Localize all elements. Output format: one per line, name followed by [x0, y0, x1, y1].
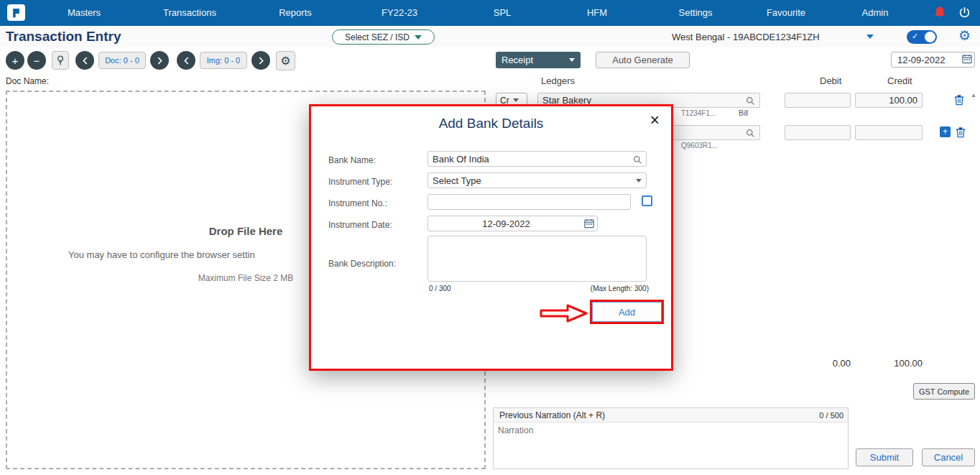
screen: Masters Transactions Reports FY22-23 SPL… [0, 0, 980, 475]
auto-generate-button[interactable]: Auto Generate [596, 52, 690, 68]
annotation-arrow-icon [539, 303, 589, 327]
nav-item-transactions[interactable]: Transactions [163, 7, 216, 18]
img-counter-button[interactable]: Img: 0 - 0 [200, 52, 247, 69]
bank-description-label: Bank Description: [328, 259, 396, 269]
doc-name-label: Doc Name: [6, 76, 49, 86]
ledger-gstin-row2: Q9603R1... [681, 142, 718, 149]
toggle-knob [925, 32, 935, 42]
doc-prev-button[interactable] [75, 51, 94, 70]
calendar-icon[interactable] [962, 54, 972, 67]
zoom-out-button[interactable]: − [27, 51, 46, 70]
auto-generate-label: Auto Generate [612, 55, 673, 65]
img-next-button[interactable] [251, 51, 270, 70]
cancel-button[interactable]: Cancel [922, 448, 975, 466]
nav-item-reports[interactable]: Reports [279, 7, 312, 18]
ledger-gstin-row1: T1234F1... [681, 109, 716, 117]
add-button-annotation: Add [590, 300, 664, 324]
instrument-no-input[interactable] [427, 194, 631, 210]
bank-name-label: Bank Name: [328, 155, 376, 165]
chevron-right-icon [157, 57, 162, 65]
scroll-up-icon[interactable]: ▲ [971, 92, 976, 98]
narration-counter: 0 / 500 [819, 411, 843, 420]
dropzone-hint: You may have to configure the browser se… [68, 249, 255, 260]
cancel-label: Cancel [934, 452, 963, 463]
ledger-search-icon-row1[interactable] [746, 96, 755, 109]
app-logo-icon [11, 8, 22, 18]
doc-counter-button[interactable]: Doc: 0 - 0 [98, 52, 146, 69]
doc-next-button[interactable] [150, 51, 169, 70]
credit-input-row2[interactable] [855, 125, 923, 140]
nav-item-admin[interactable]: Admin [862, 7, 889, 18]
bank-description-textarea[interactable] [427, 236, 647, 282]
notification-bell-icon[interactable] [934, 6, 946, 22]
instrument-date-field [427, 216, 598, 231]
branch-chevron-down-icon[interactable] [866, 34, 874, 39]
check-icon: ✓ [912, 32, 918, 41]
add-label: Add [619, 307, 635, 318]
nav-item-spl[interactable]: SPL [494, 7, 512, 18]
gst-compute-button[interactable]: GST Compute [913, 383, 975, 400]
delete-row-icon-row2[interactable] [956, 126, 966, 141]
instrument-no-field [427, 194, 631, 210]
zoom-in-button[interactable]: + [6, 51, 24, 70]
app-logo[interactable] [7, 4, 25, 21]
add-row-icon[interactable]: + [940, 126, 951, 137]
ledger-search-icon-row2[interactable] [746, 128, 755, 141]
modal-annotation-box: Add Bank Details × Bank Name: Instrument… [309, 104, 673, 371]
doc-settings-button[interactable]: ⚙ [276, 51, 295, 70]
chevron-down-icon [415, 35, 422, 40]
calendar-icon[interactable] [584, 218, 594, 231]
chevron-left-icon [184, 57, 189, 65]
img-prev-button[interactable] [177, 51, 195, 70]
nav-item-fy[interactable]: FY22-23 [382, 7, 417, 18]
narration-header: Previous Narration (Alt + R) 0 / 500 [494, 408, 848, 423]
narration-panel: Previous Narration (Alt + R) 0 / 500 [493, 407, 849, 469]
pin-button[interactable] [52, 51, 69, 70]
chevron-right-icon [259, 57, 264, 65]
delete-row-icon-row1[interactable] [954, 94, 964, 109]
instrument-type-label: Instrument Type: [328, 177, 392, 187]
voucher-type-select[interactable]: Receipt [496, 52, 581, 68]
img-counter-label: Img: 0 - 0 [207, 56, 240, 65]
entry-mode-toggle[interactable]: ✓ [907, 30, 937, 44]
branch-gstin-label: West Bengal - 19ABCDE1234F1ZH [672, 32, 820, 42]
header-gear-icon[interactable]: ⚙ [958, 27, 971, 44]
chevron-down-icon [636, 179, 642, 183]
credit-input-row1[interactable] [855, 93, 923, 108]
power-icon[interactable] [958, 6, 971, 22]
total-debit: 0.00 [785, 358, 851, 369]
instrument-checkbox[interactable] [642, 195, 652, 206]
top-nav: Masters Transactions Reports FY22-23 SPL… [0, 0, 980, 26]
bank-name-input[interactable] [427, 151, 647, 167]
voucher-type-value: Receipt [501, 55, 533, 65]
instrument-type-value: Select Type [433, 175, 481, 186]
instrument-date-label: Instrument Date: [328, 220, 392, 230]
submit-label: Submit [870, 452, 899, 463]
chevron-left-icon [83, 57, 88, 65]
nav-item-settings[interactable]: Settings [679, 7, 713, 18]
nav-item-favourite[interactable]: Favourite [767, 7, 805, 18]
credit-column-header: Credit [887, 75, 912, 86]
debit-column-header: Debit [820, 75, 841, 86]
bank-search-icon[interactable] [633, 155, 642, 167]
debit-input-row1[interactable] [785, 93, 851, 108]
close-icon[interactable]: × [650, 112, 660, 129]
pin-icon [57, 55, 64, 66]
add-bank-details-modal: Add Bank Details × Bank Name: Instrument… [311, 106, 671, 369]
debit-input-row2[interactable] [785, 125, 851, 140]
nav-item-masters[interactable]: Masters [68, 7, 101, 18]
add-button[interactable]: Add [592, 302, 662, 322]
bill-link-row1[interactable]: Bill [739, 109, 748, 117]
voucher-date-field [891, 52, 975, 68]
submit-button[interactable]: Submit [856, 448, 913, 466]
instrument-date-input[interactable] [427, 216, 598, 231]
total-credit: 100.00 [855, 358, 923, 369]
modal-title: Add Bank Details [311, 116, 671, 132]
chevron-down-icon [569, 58, 575, 62]
gear-icon: ⚙ [280, 54, 290, 68]
narration-textarea[interactable] [494, 423, 848, 468]
doc-counter-label: Doc: 0 - 0 [105, 56, 139, 65]
sez-isd-selector[interactable]: Select SEZ / ISD [332, 29, 435, 45]
instrument-type-select[interactable]: Select Type [427, 172, 647, 188]
nav-item-hfm[interactable]: HFM [587, 7, 607, 18]
